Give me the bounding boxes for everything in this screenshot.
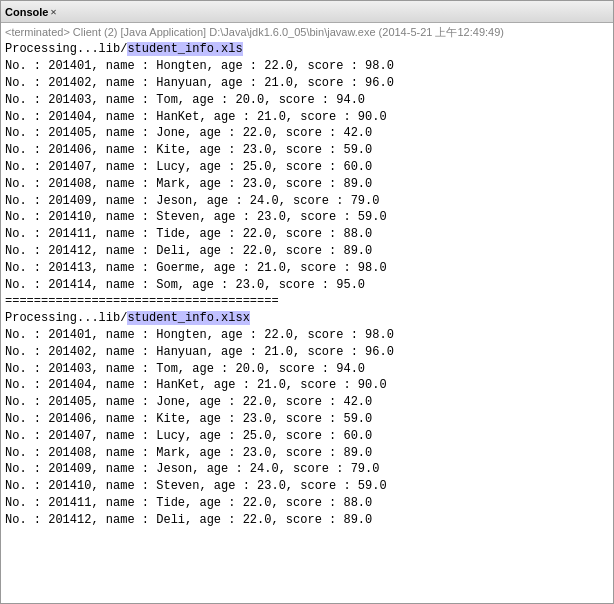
record-line: No. : 201411, name : Tide, age : 22.0, s… <box>5 226 609 243</box>
record-line: No. : 201412, name : Deli, age : 22.0, s… <box>5 243 609 260</box>
record-line: No. : 201403, name : Tom, age : 20.0, sc… <box>5 361 609 378</box>
record-line: No. : 201408, name : Mark, age : 23.0, s… <box>5 176 609 193</box>
record-line: No. : 201408, name : Mark, age : 23.0, s… <box>5 445 609 462</box>
terminated-line: <terminated> Client (2) [Java Applicatio… <box>5 25 609 40</box>
record-line: No. : 201401, name : Hongten, age : 22.0… <box>5 58 609 75</box>
highlight-span-0: student_info.xls <box>127 42 242 56</box>
title-bar-label: Console <box>5 6 48 18</box>
highlight-span-1: student_info.xlsx <box>127 311 249 325</box>
record-line: No. : 201403, name : Tom, age : 20.0, sc… <box>5 92 609 109</box>
record-line: No. : 201406, name : Kite, age : 23.0, s… <box>5 411 609 428</box>
record-line: No. : 201404, name : HanKet, age : 21.0,… <box>5 109 609 126</box>
close-tab-icon[interactable]: ✕ <box>50 6 56 18</box>
separator-line: ====================================== <box>5 293 609 310</box>
record-line: No. : 201409, name : Jeson, age : 24.0, … <box>5 193 609 210</box>
processing-line-1: Processing...lib/student_info.xlsx <box>5 310 609 327</box>
record-line: No. : 201405, name : Jone, age : 22.0, s… <box>5 125 609 142</box>
record-line: No. : 201402, name : Hanyuan, age : 21.0… <box>5 344 609 361</box>
record-line: No. : 201411, name : Tide, age : 22.0, s… <box>5 495 609 512</box>
record-line: No. : 201410, name : Steven, age : 23.0,… <box>5 478 609 495</box>
record-line: No. : 201404, name : HanKet, age : 21.0,… <box>5 377 609 394</box>
record-line: No. : 201406, name : Kite, age : 23.0, s… <box>5 142 609 159</box>
record-line: No. : 201407, name : Lucy, age : 25.0, s… <box>5 159 609 176</box>
record-line: No. : 201409, name : Jeson, age : 24.0, … <box>5 461 609 478</box>
record-line: No. : 201410, name : Steven, age : 23.0,… <box>5 209 609 226</box>
console-window: Console ✕ <terminated> Client (2) [Java … <box>0 0 614 604</box>
record-line: No. : 201402, name : Hanyuan, age : 21.0… <box>5 75 609 92</box>
record-line: No. : 201407, name : Lucy, age : 25.0, s… <box>5 428 609 445</box>
record-line: No. : 201413, name : Goerme, age : 21.0,… <box>5 260 609 277</box>
record-line: No. : 201414, name : Som, age : 23.0, sc… <box>5 277 609 294</box>
title-bar: Console ✕ <box>1 1 613 23</box>
record-line: No. : 201401, name : Hongten, age : 22.0… <box>5 327 609 344</box>
record-line: No. : 201412, name : Deli, age : 22.0, s… <box>5 512 609 529</box>
processing-line-0: Processing...lib/student_info.xls <box>5 41 609 58</box>
console-output[interactable]: <terminated> Client (2) [Java Applicatio… <box>1 23 613 603</box>
record-line: No. : 201405, name : Jone, age : 22.0, s… <box>5 394 609 411</box>
